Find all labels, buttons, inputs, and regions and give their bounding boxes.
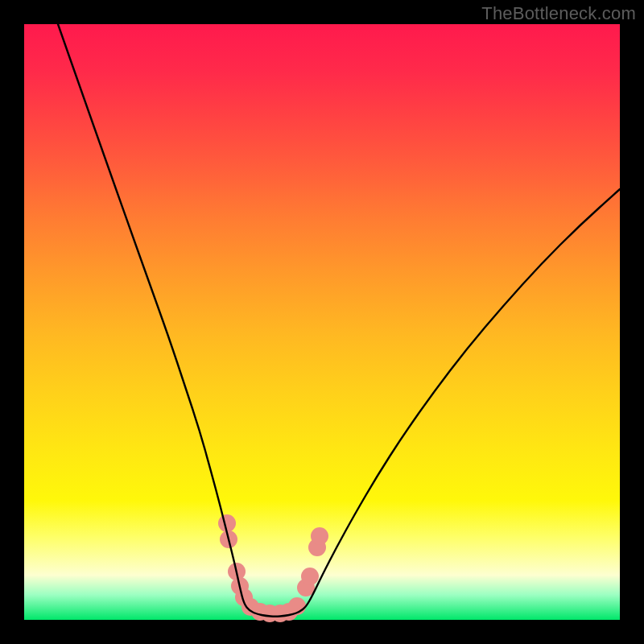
- chart-frame: TheBottleneck.com: [0, 0, 644, 644]
- plot-area: [24, 24, 620, 620]
- bottleneck-curve: [58, 24, 620, 617]
- marker-dot: [311, 527, 328, 545]
- marker-dot: [301, 568, 319, 585]
- salmon-dots-group: [218, 514, 328, 622]
- watermark-text: TheBottleneck.com: [481, 3, 636, 24]
- curve-layer: [24, 24, 620, 620]
